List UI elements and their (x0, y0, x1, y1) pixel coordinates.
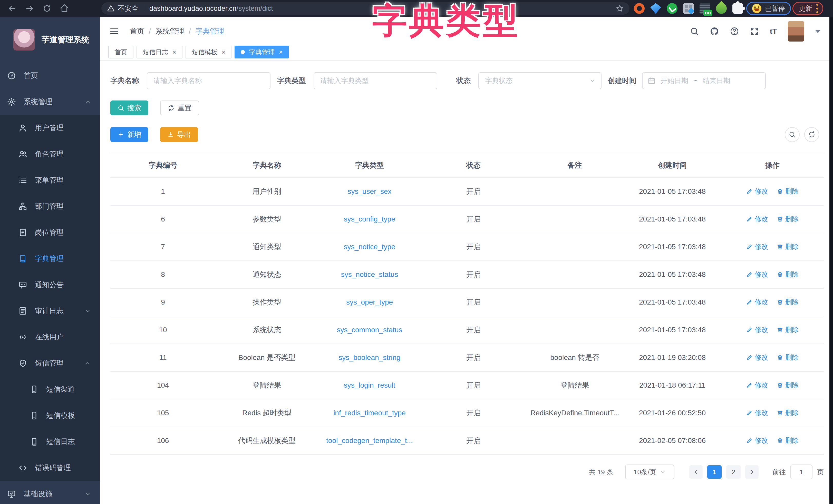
extension-icon[interactable] (634, 3, 645, 14)
cell-created-time: 2021-02-05 07:08:06 (624, 427, 721, 455)
bookmark-star-icon[interactable] (616, 4, 624, 12)
sidebar-item-dict[interactable]: 字典管理 (0, 246, 100, 272)
delete-link[interactable]: 删除 (777, 187, 799, 196)
browser-update-button[interactable]: 更新 (792, 2, 823, 15)
dict-type-link[interactable]: sys_config_type (344, 215, 396, 223)
dict-type-input[interactable] (314, 72, 437, 89)
search-button[interactable]: 搜索 (110, 100, 148, 116)
delete-link[interactable]: 删除 (777, 353, 799, 362)
prev-page-button[interactable] (689, 465, 703, 479)
close-icon[interactable]: × (279, 49, 283, 55)
dict-type-link[interactable]: sys_notice_type (344, 243, 396, 251)
tab-1[interactable]: 短信日志× (137, 46, 183, 58)
dict-type-link[interactable]: sys_oper_type (346, 298, 393, 306)
delete-link[interactable]: 删除 (777, 436, 799, 445)
page-size-select[interactable]: 10条/页 (625, 464, 674, 479)
delete-link[interactable]: 删除 (777, 215, 799, 224)
collapse-sidebar-icon[interactable] (109, 26, 119, 36)
search-icon[interactable] (690, 27, 699, 36)
edit-link[interactable]: 修改 (746, 298, 768, 307)
sidebar-item-sms-template[interactable]: 短信模板 (0, 402, 100, 429)
reset-button[interactable]: 重置 (160, 100, 199, 116)
next-page-button[interactable] (745, 465, 759, 479)
dict-type-link[interactable]: sys_boolean_string (338, 354, 400, 361)
breadcrumb-home[interactable]: 首页 (130, 26, 144, 36)
sidebar-item-system[interactable]: 系统管理 (0, 89, 100, 115)
dict-type-link[interactable]: sys_user_sex (348, 187, 391, 195)
browser-menu-dots-icon[interactable] (816, 4, 818, 13)
sidebar-item-dept[interactable]: 部门管理 (0, 193, 100, 220)
cell-remark (526, 205, 624, 233)
status-select[interactable]: 字典状态 (478, 72, 601, 89)
delete-link[interactable]: 删除 (777, 408, 799, 417)
delete-link[interactable]: 删除 (777, 242, 799, 251)
close-icon[interactable]: × (172, 49, 176, 55)
address-bar[interactable]: 不安全 dashboard.yudao.iocoder.cn /system/d… (101, 2, 629, 15)
sidebar-item-sms-channel[interactable]: 短信渠道 (0, 376, 100, 402)
dict-type-link[interactable]: sys_common_status (337, 326, 402, 334)
tab-3[interactable]: 字典管理× (235, 46, 289, 58)
sidebar-item-notice[interactable]: 通知公告 (0, 272, 100, 298)
sidebar-item-error-code[interactable]: 错误码管理 (0, 455, 100, 481)
avatar-caret-down-icon[interactable] (815, 30, 821, 33)
sidebar-item-online-user[interactable]: 在线用户 (0, 324, 100, 350)
close-icon[interactable]: × (221, 49, 225, 55)
dict-name-input[interactable] (147, 72, 270, 89)
edit-link[interactable]: 修改 (746, 353, 768, 362)
extension-icon[interactable] (650, 3, 661, 14)
edit-link[interactable]: 修改 (746, 242, 768, 251)
delete-link[interactable]: 删除 (777, 298, 799, 307)
dict-type-link[interactable]: sys_notice_status (341, 271, 398, 278)
page-2-button[interactable]: 2 (726, 465, 741, 479)
extension-icon[interactable] (667, 3, 677, 14)
browser-home-icon[interactable] (60, 4, 69, 13)
browser-reload-icon[interactable] (42, 4, 52, 13)
user-avatar[interactable] (788, 21, 804, 42)
edit-link[interactable]: 修改 (746, 325, 768, 334)
table-search-toggle-button[interactable] (785, 127, 800, 142)
dict-type-link[interactable]: inf_redis_timeout_type (333, 409, 406, 417)
tab-2[interactable]: 短信模板× (186, 46, 232, 58)
sidebar-item-post[interactable]: 岗位管理 (0, 220, 100, 246)
tab-0[interactable]: 首页 (108, 46, 134, 58)
sidebar-item-infra[interactable]: 基础设施 (0, 481, 100, 504)
extensions-puzzle-icon[interactable] (732, 3, 743, 14)
profile-paused-badge[interactable]: 已暂停 (746, 2, 791, 15)
sidebar-item-home[interactable]: 首页 (0, 62, 100, 89)
table-refresh-button[interactable] (804, 127, 819, 142)
edit-link[interactable]: 修改 (746, 270, 768, 279)
sidebar-item-role[interactable]: 角色管理 (0, 141, 100, 167)
edit-link[interactable]: 修改 (746, 408, 768, 417)
sidebar-item-audit-log[interactable]: 审计日志 (0, 298, 100, 324)
edit-link[interactable]: 修改 (746, 436, 768, 445)
dict-type-link[interactable]: tool_codegen_template_t... (326, 436, 413, 445)
sidebar-item-user[interactable]: 用户管理 (0, 115, 100, 141)
add-button[interactable]: 新增 (110, 127, 148, 142)
delete-link[interactable]: 删除 (777, 325, 799, 334)
extension-icon[interactable] (683, 3, 694, 14)
export-button[interactable]: 导出 (160, 127, 198, 142)
trash-icon (777, 354, 783, 361)
edit-link[interactable]: 修改 (746, 381, 768, 390)
github-icon[interactable] (710, 27, 719, 36)
help-icon[interactable] (730, 27, 739, 36)
breadcrumb-system[interactable]: 系统管理 (156, 26, 184, 36)
edit-link[interactable]: 修改 (746, 215, 768, 224)
date-range-picker[interactable]: 开始日期 ~ 结束日期 (642, 72, 766, 89)
browser-forward-icon[interactable] (25, 4, 34, 13)
goto-page-input[interactable] (790, 464, 812, 479)
app-logo[interactable]: 芋道管理系统 (0, 17, 100, 62)
fullscreen-icon[interactable] (750, 27, 759, 36)
extension-icon[interactable] (714, 1, 729, 16)
font-size-icon[interactable]: tT (770, 27, 777, 35)
delete-link[interactable]: 删除 (777, 270, 799, 279)
sidebar-item-sms-log[interactable]: 短信日志 (0, 429, 100, 455)
page-1-button[interactable]: 1 (707, 465, 722, 479)
sidebar-item-menu[interactable]: 菜单管理 (0, 167, 100, 193)
extension-icon[interactable]: on (699, 3, 710, 14)
sidebar-item-sms[interactable]: 短信管理 (0, 350, 100, 376)
browser-back-icon[interactable] (7, 4, 17, 13)
dict-type-link[interactable]: sys_login_result (344, 381, 396, 389)
edit-link[interactable]: 修改 (746, 187, 768, 196)
delete-link[interactable]: 删除 (777, 381, 799, 390)
